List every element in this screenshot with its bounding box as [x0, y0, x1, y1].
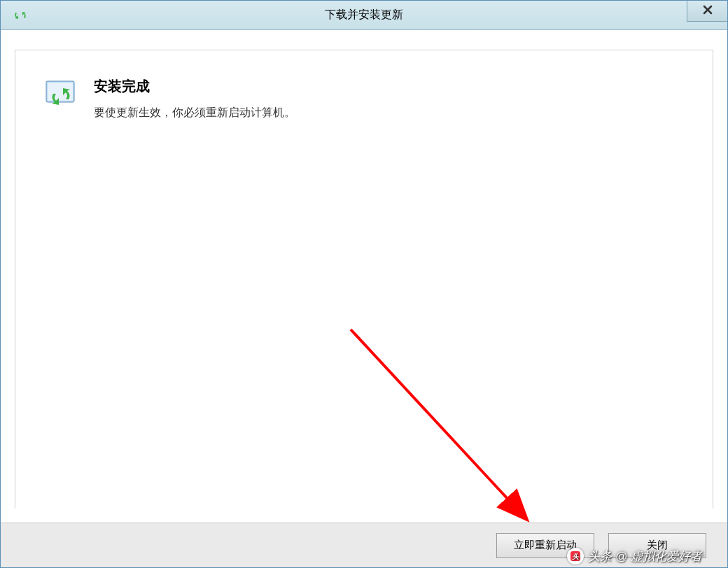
heading: 安装完成 — [94, 77, 685, 96]
content-area: 安装完成 要使更新生效，你必须重新启动计算机。 — [1, 30, 727, 523]
watermark: 头 头条 @ 虚拟化爱好者 — [567, 548, 702, 565]
svg-text:头: 头 — [571, 553, 580, 560]
header-text: 安装完成 要使更新生效，你必须重新启动计算机。 — [94, 77, 685, 121]
window-title: 下载并安装更新 — [1, 8, 727, 22]
update-complete-icon — [43, 78, 77, 109]
dialog-window: 下载并安装更新 安装完成 — [0, 0, 728, 568]
subtext: 要使更新生效，你必须重新启动计算机。 — [94, 104, 685, 121]
watermark-logo-icon: 头 — [567, 548, 584, 565]
titlebar: 下载并安装更新 — [1, 1, 727, 30]
watermark-text: 头条 @ 虚拟化爱好者 — [588, 548, 702, 565]
inner-panel: 安装完成 要使更新生效，你必须重新启动计算机。 — [15, 50, 713, 509]
close-button[interactable] — [687, 1, 727, 22]
update-icon — [13, 8, 27, 22]
header-row: 安装完成 要使更新生效，你必须重新启动计算机。 — [43, 77, 685, 121]
close-icon — [703, 5, 713, 17]
